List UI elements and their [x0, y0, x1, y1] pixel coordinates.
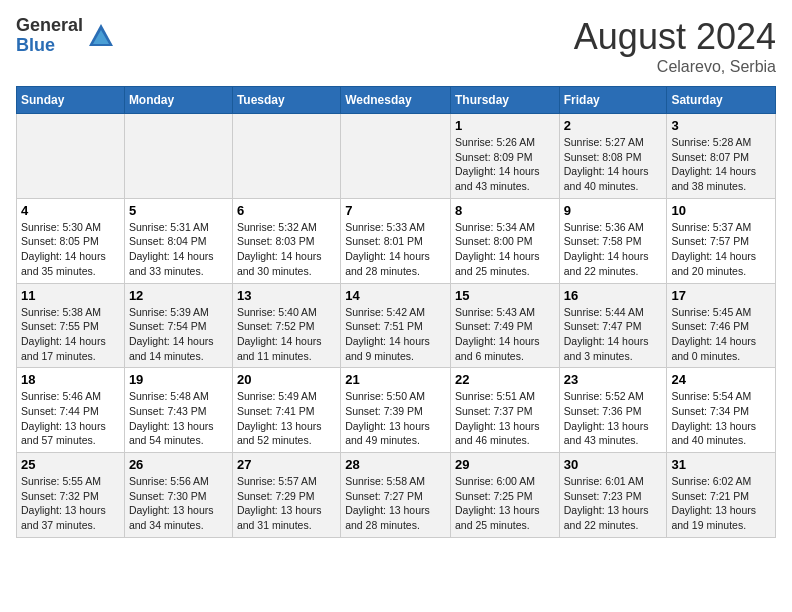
day-info: Sunrise: 6:02 AMSunset: 7:21 PMDaylight:…: [671, 474, 771, 533]
calendar-week-1: 4Sunrise: 5:30 AMSunset: 8:05 PMDaylight…: [17, 198, 776, 283]
day-info: Sunrise: 5:57 AMSunset: 7:29 PMDaylight:…: [237, 474, 336, 533]
day-number: 23: [564, 372, 663, 387]
day-number: 25: [21, 457, 120, 472]
day-number: 29: [455, 457, 555, 472]
day-info: Sunrise: 5:46 AMSunset: 7:44 PMDaylight:…: [21, 389, 120, 448]
day-info: Sunrise: 5:55 AMSunset: 7:32 PMDaylight:…: [21, 474, 120, 533]
day-number: 31: [671, 457, 771, 472]
col-sunday: Sunday: [17, 87, 125, 114]
day-info: Sunrise: 5:30 AMSunset: 8:05 PMDaylight:…: [21, 220, 120, 279]
col-saturday: Saturday: [667, 87, 776, 114]
day-number: 19: [129, 372, 228, 387]
col-wednesday: Wednesday: [341, 87, 451, 114]
day-info: Sunrise: 5:28 AMSunset: 8:07 PMDaylight:…: [671, 135, 771, 194]
day-info: Sunrise: 5:42 AMSunset: 7:51 PMDaylight:…: [345, 305, 446, 364]
calendar-cell: [17, 114, 125, 199]
calendar-cell: 23Sunrise: 5:52 AMSunset: 7:36 PMDayligh…: [559, 368, 667, 453]
day-number: 4: [21, 203, 120, 218]
calendar-cell: 11Sunrise: 5:38 AMSunset: 7:55 PMDayligh…: [17, 283, 125, 368]
calendar-cell: 1Sunrise: 5:26 AMSunset: 8:09 PMDaylight…: [450, 114, 559, 199]
weekday-row: Sunday Monday Tuesday Wednesday Thursday…: [17, 87, 776, 114]
col-tuesday: Tuesday: [232, 87, 340, 114]
calendar-cell: 21Sunrise: 5:50 AMSunset: 7:39 PMDayligh…: [341, 368, 451, 453]
calendar-cell: 24Sunrise: 5:54 AMSunset: 7:34 PMDayligh…: [667, 368, 776, 453]
day-number: 13: [237, 288, 336, 303]
day-number: 22: [455, 372, 555, 387]
calendar-cell: 27Sunrise: 5:57 AMSunset: 7:29 PMDayligh…: [232, 453, 340, 538]
day-info: Sunrise: 5:48 AMSunset: 7:43 PMDaylight:…: [129, 389, 228, 448]
calendar-cell: 5Sunrise: 5:31 AMSunset: 8:04 PMDaylight…: [124, 198, 232, 283]
calendar-cell: [232, 114, 340, 199]
calendar-cell: 19Sunrise: 5:48 AMSunset: 7:43 PMDayligh…: [124, 368, 232, 453]
calendar-body: 1Sunrise: 5:26 AMSunset: 8:09 PMDaylight…: [17, 114, 776, 538]
day-info: Sunrise: 5:36 AMSunset: 7:58 PMDaylight:…: [564, 220, 663, 279]
col-thursday: Thursday: [450, 87, 559, 114]
calendar-cell: [124, 114, 232, 199]
day-number: 7: [345, 203, 446, 218]
calendar-cell: 4Sunrise: 5:30 AMSunset: 8:05 PMDaylight…: [17, 198, 125, 283]
logo-blue: Blue: [16, 36, 83, 56]
calendar-cell: 16Sunrise: 5:44 AMSunset: 7:47 PMDayligh…: [559, 283, 667, 368]
calendar-cell: 28Sunrise: 5:58 AMSunset: 7:27 PMDayligh…: [341, 453, 451, 538]
calendar-cell: 6Sunrise: 5:32 AMSunset: 8:03 PMDaylight…: [232, 198, 340, 283]
calendar-week-0: 1Sunrise: 5:26 AMSunset: 8:09 PMDaylight…: [17, 114, 776, 199]
day-info: Sunrise: 5:32 AMSunset: 8:03 PMDaylight:…: [237, 220, 336, 279]
day-info: Sunrise: 5:27 AMSunset: 8:08 PMDaylight:…: [564, 135, 663, 194]
col-monday: Monday: [124, 87, 232, 114]
calendar-cell: 14Sunrise: 5:42 AMSunset: 7:51 PMDayligh…: [341, 283, 451, 368]
day-number: 28: [345, 457, 446, 472]
col-friday: Friday: [559, 87, 667, 114]
day-info: Sunrise: 5:51 AMSunset: 7:37 PMDaylight:…: [455, 389, 555, 448]
day-number: 3: [671, 118, 771, 133]
day-info: Sunrise: 6:01 AMSunset: 7:23 PMDaylight:…: [564, 474, 663, 533]
calendar-week-2: 11Sunrise: 5:38 AMSunset: 7:55 PMDayligh…: [17, 283, 776, 368]
subtitle: Celarevo, Serbia: [574, 58, 776, 76]
day-info: Sunrise: 5:56 AMSunset: 7:30 PMDaylight:…: [129, 474, 228, 533]
day-number: 16: [564, 288, 663, 303]
day-number: 2: [564, 118, 663, 133]
calendar-cell: 20Sunrise: 5:49 AMSunset: 7:41 PMDayligh…: [232, 368, 340, 453]
calendar-week-4: 25Sunrise: 5:55 AMSunset: 7:32 PMDayligh…: [17, 453, 776, 538]
day-info: Sunrise: 5:38 AMSunset: 7:55 PMDaylight:…: [21, 305, 120, 364]
calendar-cell: 22Sunrise: 5:51 AMSunset: 7:37 PMDayligh…: [450, 368, 559, 453]
day-number: 11: [21, 288, 120, 303]
day-info: Sunrise: 5:33 AMSunset: 8:01 PMDaylight:…: [345, 220, 446, 279]
main-title: August 2024: [574, 16, 776, 58]
day-number: 1: [455, 118, 555, 133]
calendar-cell: 9Sunrise: 5:36 AMSunset: 7:58 PMDaylight…: [559, 198, 667, 283]
calendar-header: Sunday Monday Tuesday Wednesday Thursday…: [17, 87, 776, 114]
day-number: 18: [21, 372, 120, 387]
calendar-cell: 18Sunrise: 5:46 AMSunset: 7:44 PMDayligh…: [17, 368, 125, 453]
logo-icon: [87, 22, 115, 50]
logo: General Blue: [16, 16, 115, 56]
day-info: Sunrise: 6:00 AMSunset: 7:25 PMDaylight:…: [455, 474, 555, 533]
day-number: 12: [129, 288, 228, 303]
calendar-cell: 29Sunrise: 6:00 AMSunset: 7:25 PMDayligh…: [450, 453, 559, 538]
calendar-cell: 10Sunrise: 5:37 AMSunset: 7:57 PMDayligh…: [667, 198, 776, 283]
day-info: Sunrise: 5:43 AMSunset: 7:49 PMDaylight:…: [455, 305, 555, 364]
day-number: 26: [129, 457, 228, 472]
day-number: 27: [237, 457, 336, 472]
calendar-cell: 26Sunrise: 5:56 AMSunset: 7:30 PMDayligh…: [124, 453, 232, 538]
calendar-cell: 8Sunrise: 5:34 AMSunset: 8:00 PMDaylight…: [450, 198, 559, 283]
day-number: 21: [345, 372, 446, 387]
day-info: Sunrise: 5:54 AMSunset: 7:34 PMDaylight:…: [671, 389, 771, 448]
day-number: 8: [455, 203, 555, 218]
day-info: Sunrise: 5:49 AMSunset: 7:41 PMDaylight:…: [237, 389, 336, 448]
calendar-cell: 17Sunrise: 5:45 AMSunset: 7:46 PMDayligh…: [667, 283, 776, 368]
calendar-cell: 7Sunrise: 5:33 AMSunset: 8:01 PMDaylight…: [341, 198, 451, 283]
day-number: 15: [455, 288, 555, 303]
day-info: Sunrise: 5:37 AMSunset: 7:57 PMDaylight:…: [671, 220, 771, 279]
title-block: August 2024 Celarevo, Serbia: [574, 16, 776, 76]
day-info: Sunrise: 5:26 AMSunset: 8:09 PMDaylight:…: [455, 135, 555, 194]
day-info: Sunrise: 5:58 AMSunset: 7:27 PMDaylight:…: [345, 474, 446, 533]
calendar-cell: 3Sunrise: 5:28 AMSunset: 8:07 PMDaylight…: [667, 114, 776, 199]
day-info: Sunrise: 5:31 AMSunset: 8:04 PMDaylight:…: [129, 220, 228, 279]
calendar-week-3: 18Sunrise: 5:46 AMSunset: 7:44 PMDayligh…: [17, 368, 776, 453]
calendar-cell: 13Sunrise: 5:40 AMSunset: 7:52 PMDayligh…: [232, 283, 340, 368]
day-number: 6: [237, 203, 336, 218]
calendar-cell: 15Sunrise: 5:43 AMSunset: 7:49 PMDayligh…: [450, 283, 559, 368]
calendar-cell: 12Sunrise: 5:39 AMSunset: 7:54 PMDayligh…: [124, 283, 232, 368]
day-number: 30: [564, 457, 663, 472]
day-number: 14: [345, 288, 446, 303]
